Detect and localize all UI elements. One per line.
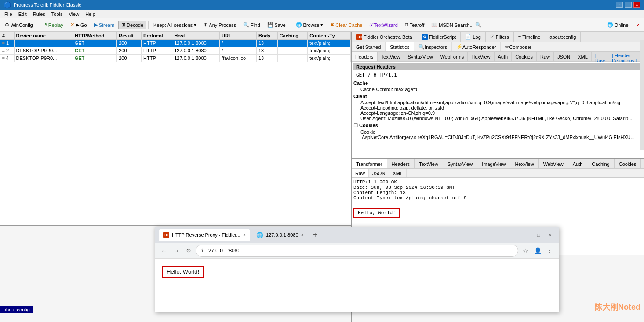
- raw-link[interactable]: [ Raw ]: [592, 52, 608, 61]
- response-tabs: Transformer Headers TextView SyntaxView …: [352, 159, 644, 169]
- profile-button[interactable]: 👤: [532, 245, 543, 256]
- col-method[interactable]: HTTPMethod: [73, 32, 117, 40]
- col-num[interactable]: #: [0, 32, 15, 40]
- tab-inspectors[interactable]: 🔍 Inspectors: [414, 42, 452, 51]
- row-content-type: text/plain;: [308, 47, 351, 55]
- resp-tab-caching[interactable]: Caching: [587, 159, 614, 168]
- stream-button[interactable]: ▶ Stream: [91, 21, 117, 29]
- fo-tab-about-config[interactable]: about:config: [545, 32, 581, 42]
- req-tab-raw[interactable]: Raw: [537, 52, 554, 61]
- find-button[interactable]: 🔍 Find: [240, 21, 263, 29]
- resp-tab-auth[interactable]: Auth: [568, 159, 588, 168]
- row-body: 13: [256, 47, 277, 55]
- resp-tab-webview[interactable]: WebView: [539, 159, 568, 168]
- close-panel-button[interactable]: ×: [633, 21, 642, 29]
- req-tab-headers[interactable]: Headers: [352, 52, 378, 61]
- save-button[interactable]: 💾 Save: [264, 21, 289, 29]
- col-content-type[interactable]: Content-Ty...: [308, 32, 351, 40]
- browser-close-button[interactable]: ×: [545, 230, 555, 240]
- menu-file[interactable]: File: [2, 11, 15, 18]
- table-row[interactable]: ≡ 2 DESKTOP-P9R0... GET 200 HTTP 127.0.0…: [0, 47, 351, 55]
- refresh-button[interactable]: ↻: [183, 245, 194, 256]
- tab-composer[interactable]: ✏ Composer: [501, 42, 536, 51]
- msdn-search-button[interactable]: 📖 MSDN Search... 🔍: [428, 21, 484, 29]
- minimize-button[interactable]: −: [616, 2, 623, 8]
- menu-help[interactable]: Help: [83, 11, 98, 18]
- go-button[interactable]: ✕ ▶ Go: [67, 21, 90, 29]
- menu-view[interactable]: View: [66, 11, 82, 18]
- req-tab-syntaxview[interactable]: SyntaxView: [404, 52, 437, 61]
- fiddlerscript-icon: ⚙: [422, 34, 428, 40]
- decode-icon: ⊞: [121, 22, 125, 28]
- col-result[interactable]: Result: [117, 32, 142, 40]
- any-process-button[interactable]: ⊕ Any Process: [200, 21, 239, 29]
- req-tab-hexview[interactable]: HexView: [468, 52, 494, 61]
- browser-tab-2[interactable]: 🌐 127.0.0.1:8080 ×: [252, 229, 308, 241]
- resp-tab-hexview[interactable]: HexView: [510, 159, 538, 168]
- browser-menu-button[interactable]: ⋮: [545, 245, 555, 256]
- browser-tab-2-close[interactable]: ×: [301, 232, 304, 238]
- resp-sub-raw[interactable]: Raw: [352, 169, 369, 177]
- resp-sub-json[interactable]: JSON: [369, 169, 389, 177]
- header-definitions-link[interactable]: [ Header Definitions ]: [608, 52, 644, 61]
- resp-tab-textview[interactable]: TextView: [415, 159, 443, 168]
- replay-button[interactable]: ↺ Replay: [40, 21, 66, 29]
- req-tab-auth[interactable]: Auth: [495, 52, 512, 61]
- forward-button[interactable]: →: [171, 245, 182, 256]
- decode-button[interactable]: ⊞ Decode: [118, 21, 146, 29]
- req-tab-xml[interactable]: XML: [574, 52, 592, 61]
- resp-tab-transformer[interactable]: Transformer: [352, 159, 387, 168]
- fo-tab-filters[interactable]: ☑ Filters: [486, 32, 514, 42]
- browser-minimize-button[interactable]: −: [522, 230, 532, 240]
- tab-statistics[interactable]: Statistics: [386, 42, 414, 51]
- table-row[interactable]: ≡ 1 GET 200 HTTP 127.0.0.1:8080 / 13 tex…: [0, 40, 351, 47]
- user-agent-item: User-Agent: Mozilla/5.0 (Windows NT 10.0…: [360, 116, 642, 121]
- req-tab-textview[interactable]: TextView: [378, 52, 404, 61]
- resp-tab-headers[interactable]: Headers: [387, 159, 415, 168]
- col-protocol[interactable]: Protocol: [142, 32, 172, 40]
- fo-tab-fiddlerscript[interactable]: ⚙ FiddlerScript: [417, 32, 461, 42]
- bookmark-button[interactable]: ☆: [520, 245, 531, 256]
- maximize-button[interactable]: □: [625, 2, 632, 8]
- address-bar[interactable]: ℹ 127.0.0.1:8080: [196, 245, 518, 257]
- col-url[interactable]: URL: [220, 32, 257, 40]
- tearoff-button[interactable]: ⧉ Tearoff: [402, 21, 427, 29]
- req-tab-json[interactable]: JSON: [554, 52, 574, 61]
- browser-tab-1-close[interactable]: ×: [243, 232, 246, 238]
- browse-button[interactable]: 🌐 Browse ▾: [293, 21, 327, 29]
- close-button[interactable]: ×: [633, 2, 640, 8]
- new-tab-button[interactable]: +: [310, 230, 320, 240]
- tab-autoresponder[interactable]: ⚡ AutoResponder: [452, 42, 501, 51]
- col-device[interactable]: Device name: [14, 32, 73, 40]
- col-body[interactable]: Body: [256, 32, 277, 40]
- col-caching[interactable]: Caching: [277, 32, 308, 40]
- resp-tab-imageview[interactable]: ImageView: [477, 159, 510, 168]
- resp-tab-syntaxview[interactable]: SyntaxView: [443, 159, 477, 168]
- req-tab-cookies[interactable]: Cookies: [512, 52, 537, 61]
- browser-maximize-button[interactable]: □: [533, 230, 544, 240]
- resp-sub-xml[interactable]: XML: [389, 169, 407, 177]
- browser-nav-bar: ← → ↻ ℹ 127.0.0.1:8080 ☆ 👤 ⋮: [155, 243, 559, 259]
- scrollbar[interactable]: [640, 40, 644, 150]
- fo-tab-timeline[interactable]: ≡ Timeline: [514, 32, 546, 42]
- fo-tab-log[interactable]: 📄 Log: [461, 32, 485, 42]
- clear-cache-button[interactable]: ✖ Clear Cache: [327, 21, 365, 29]
- back-button[interactable]: ←: [159, 245, 169, 256]
- toolbar: ⚙ WinConfig ↺ Replay ✕ ▶ Go ▶ Stream ⊞ D…: [0, 18, 644, 32]
- winconfig-button[interactable]: ⚙ WinConfig: [2, 21, 36, 29]
- menu-rules[interactable]: Rules: [30, 11, 48, 18]
- text-wizard-button[interactable]: 𝒯 TextWizard: [366, 21, 400, 29]
- menu-edit[interactable]: Edit: [16, 11, 29, 18]
- resp-tab-cookies[interactable]: Cookies: [615, 159, 641, 168]
- table-row[interactable]: ≡ 4 DESKTOP-P9R0... GET 200 HTTP 127.0.0…: [0, 55, 351, 62]
- browser-tab-1-icon: FO: [163, 232, 169, 238]
- online-icon: 🌐: [607, 22, 613, 28]
- tab-get-started[interactable]: Get Started: [352, 42, 386, 51]
- browser-tab-1[interactable]: FO HTTP Reverse Proxy - Fiddler... ×: [159, 229, 250, 241]
- req-tab-webforms[interactable]: WebForms: [437, 52, 468, 61]
- col-host[interactable]: Host: [172, 32, 220, 40]
- fo-tab-orchestra[interactable]: FO Fiddler Orchestra Beta: [352, 32, 417, 42]
- menu-tools[interactable]: Tools: [49, 11, 65, 18]
- online-button[interactable]: 🌐 Online: [604, 21, 632, 29]
- keep-button[interactable]: Keep: All sessions ▾: [150, 21, 200, 29]
